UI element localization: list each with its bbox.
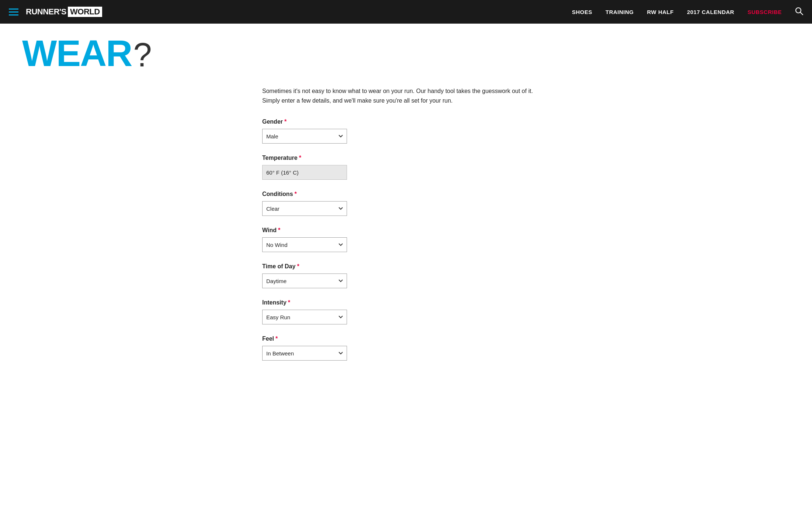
gender-label-text: Gender xyxy=(262,118,283,125)
temperature-field-group: Temperature* xyxy=(262,155,550,180)
temperature-label-text: Temperature xyxy=(262,155,298,161)
wind-select[interactable]: No Wind Some Wind Windy xyxy=(262,237,347,252)
main-header: RUNNER'SWORLD SHOES TRAINING RW HALF 201… xyxy=(0,0,812,24)
nav-shoes[interactable]: SHOES xyxy=(572,9,592,15)
gender-select[interactable]: Male Female xyxy=(262,129,347,144)
intensity-field-group: Intensity* Easy Run Moderate Run Race/Ha… xyxy=(262,299,550,324)
conditions-select[interactable]: Clear Cloudy Rain Snow xyxy=(262,201,347,216)
feel-label-text: Feel xyxy=(262,335,274,342)
nav-training[interactable]: TRAINING xyxy=(605,9,634,15)
intensity-required-star: * xyxy=(288,299,290,306)
conditions-label-text: Conditions xyxy=(262,191,293,197)
nav-subscribe[interactable]: SUBSCRIBE xyxy=(747,9,782,15)
feel-required-star: * xyxy=(275,335,278,342)
conditions-label: Conditions* xyxy=(262,191,550,197)
nav-rw-half[interactable]: RW HALF xyxy=(647,9,674,15)
intensity-label: Intensity* xyxy=(262,299,550,306)
hamburger-menu-icon[interactable] xyxy=(9,8,18,16)
hero-wear-text: WEAR xyxy=(22,35,132,72)
hero-section: WEAR? xyxy=(0,24,812,75)
conditions-required-star: * xyxy=(295,191,297,197)
hero-icon: ? xyxy=(133,38,152,72)
logo[interactable]: RUNNER'SWORLD xyxy=(26,7,102,17)
intro-paragraph: Sometimes it's not easy to know what to … xyxy=(262,86,550,105)
logo-text: RUNNER'SWORLD xyxy=(26,7,102,17)
time-of-day-required-star: * xyxy=(297,263,299,269)
time-of-day-label-text: Time of Day xyxy=(262,263,295,269)
time-of-day-label: Time of Day* xyxy=(262,263,550,270)
time-of-day-field-group: Time of Day* Daytime Night xyxy=(262,263,550,288)
wind-label: Wind* xyxy=(262,227,550,234)
search-icon[interactable] xyxy=(795,7,803,17)
conditions-field-group: Conditions* Clear Cloudy Rain Snow xyxy=(262,191,550,216)
logo-runners: RUNNER'S xyxy=(26,7,66,16)
temperature-input[interactable] xyxy=(262,165,347,180)
feel-select[interactable]: Cold In Between Warm xyxy=(262,346,347,361)
feel-field-group: Feel* Cold In Between Warm xyxy=(262,335,550,361)
intensity-select[interactable]: Easy Run Moderate Run Race/Hard Effort xyxy=(262,310,347,324)
gender-field-group: Gender* Male Female xyxy=(262,118,550,144)
main-content: Sometimes it's not easy to know what to … xyxy=(240,75,572,394)
temperature-required-star: * xyxy=(299,155,301,161)
wind-field-group: Wind* No Wind Some Wind Windy xyxy=(262,227,550,252)
gender-required-star: * xyxy=(284,118,287,125)
nav-calendar[interactable]: 2017 CALENDAR xyxy=(687,9,734,15)
wind-required-star: * xyxy=(278,227,280,233)
logo-world: WORLD xyxy=(68,7,102,17)
temperature-label: Temperature* xyxy=(262,155,550,161)
main-nav: SHOES TRAINING RW HALF 2017 CALENDAR SUB… xyxy=(572,7,803,17)
feel-label: Feel* xyxy=(262,335,550,342)
svg-line-1 xyxy=(801,12,803,15)
gender-label: Gender* xyxy=(262,118,550,125)
wind-label-text: Wind xyxy=(262,227,277,233)
header-left: RUNNER'SWORLD xyxy=(9,7,102,17)
intensity-label-text: Intensity xyxy=(262,299,287,306)
time-of-day-select[interactable]: Daytime Night xyxy=(262,273,347,288)
